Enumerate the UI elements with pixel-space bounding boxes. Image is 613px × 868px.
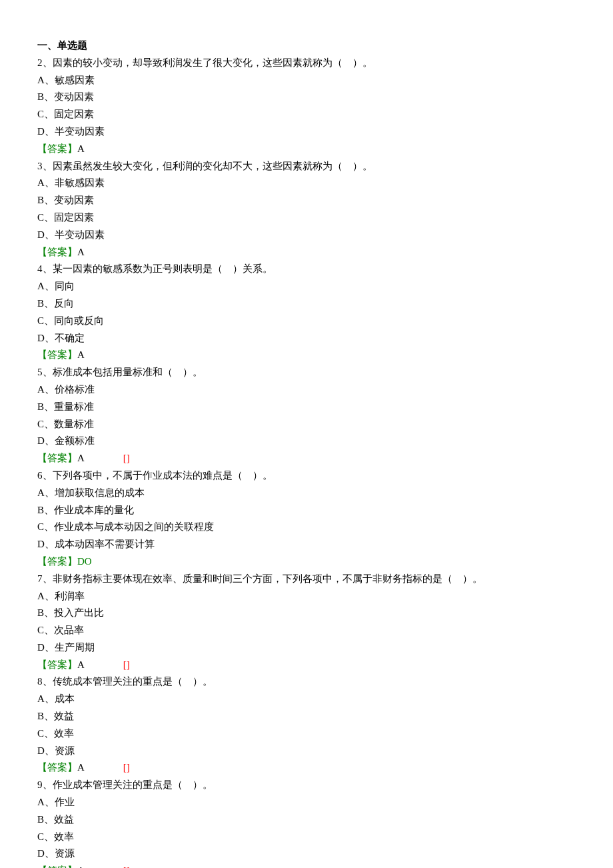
question-option: C、效率 — [37, 725, 573, 743]
question-option: B、投入产出比 — [37, 605, 573, 622]
question-option: D、生产周期 — [37, 639, 573, 657]
answer-line: 【答案】A[] — [37, 450, 573, 467]
question-text: 6、下列各项中，不属于作业成本法的难点是（ ）。 — [37, 467, 573, 485]
answer-label: 【答案】 — [37, 349, 77, 360]
question-option: D、资源 — [37, 845, 573, 863]
answer-value: A — [77, 865, 85, 868]
answer-label: 【答案】 — [37, 865, 77, 868]
question-option: A、非敏感因素 — [37, 175, 573, 192]
answer-value: DO — [77, 556, 92, 567]
question-text: 9、作业成本管理关注的重点是（ ）。 — [37, 777, 573, 794]
questions-container: 2、因素的较小变动，却导致利润发生了很大变化，这些因素就称为（ ）。A、敏感因素… — [37, 55, 573, 868]
question-option: D、金额标准 — [37, 433, 573, 450]
question-option: D、不确定 — [37, 330, 573, 347]
answer-label: 【答案】 — [37, 247, 77, 257]
question-text: 5、标准成本包括用量标准和（ ）。 — [37, 364, 573, 381]
question-option: D、资源 — [37, 743, 573, 760]
bracket-marker: [] — [123, 453, 130, 463]
question-option: B、变动因素 — [37, 89, 573, 106]
answer-value: A — [77, 349, 85, 360]
question-option: A、成本 — [37, 691, 573, 708]
answer-line: 【答案】A[] — [37, 863, 573, 868]
answer-line: 【答案】A[] — [37, 759, 573, 777]
question-option: B、效益 — [37, 708, 573, 725]
question-option: C、效率 — [37, 829, 573, 846]
bracket-marker: [] — [123, 762, 130, 773]
question-option: C、固定因素 — [37, 209, 573, 227]
question-option: C、次品率 — [37, 622, 573, 639]
question-option: C、同向或反向 — [37, 313, 573, 330]
question-option: B、重量标准 — [37, 399, 573, 416]
question-option: D、成本动因率不需要计算 — [37, 536, 573, 553]
answer-label: 【答案】 — [37, 762, 77, 773]
bracket-marker: [] — [123, 865, 130, 868]
answer-line: 【答案】DO — [37, 553, 573, 571]
answer-label: 【答案】 — [37, 659, 77, 670]
bracket-marker: [] — [123, 659, 130, 670]
answer-line: 【答案】A — [37, 141, 573, 158]
question-text: 8、传统成本管理关注的重点是（ ）。 — [37, 673, 573, 691]
question-option: A、同向 — [37, 278, 573, 295]
question-option: A、作业 — [37, 794, 573, 811]
question-option: A、敏感因素 — [37, 72, 573, 89]
question-option: A、增加获取信息的成本 — [37, 485, 573, 502]
question-text: 2、因素的较小变动，却导致利润发生了很大变化，这些因素就称为（ ）。 — [37, 55, 573, 72]
question-option: B、效益 — [37, 811, 573, 829]
question-option: B、反向 — [37, 295, 573, 313]
answer-value: A — [77, 247, 85, 257]
question-option: B、作业成本库的量化 — [37, 502, 573, 519]
answer-value: A — [77, 762, 85, 773]
question-option: C、作业成本与成本动因之间的关联程度 — [37, 519, 573, 536]
answer-value: A — [77, 453, 85, 463]
answer-line: 【答案】A — [37, 244, 573, 261]
question-option: C、固定因素 — [37, 106, 573, 123]
question-option: C、数量标准 — [37, 416, 573, 433]
question-option: B、变动因素 — [37, 192, 573, 209]
question-text: 7、非财务指标主要体现在效率、质量和时间三个方面，下列各项中，不属于非财务指标的… — [37, 571, 573, 588]
answer-label: 【答案】 — [37, 556, 77, 567]
section-heading: 一、单选题 — [37, 37, 573, 55]
answer-value: A — [77, 659, 85, 670]
question-option: D、半变动因素 — [37, 227, 573, 244]
question-text: 4、某一因素的敏感系数为正号则表明是（ ）关系。 — [37, 261, 573, 278]
answer-label: 【答案】 — [37, 143, 77, 154]
answer-line: 【答案】A — [37, 347, 573, 364]
answer-value: A — [77, 143, 85, 154]
question-option: A、利润率 — [37, 588, 573, 605]
answer-label: 【答案】 — [37, 453, 77, 463]
question-option: A、价格标准 — [37, 381, 573, 399]
question-option: D、半变动因素 — [37, 123, 573, 141]
question-text: 3、因素虽然发生较大变化，但利润的变化却不大，这些因素就称为（ ）。 — [37, 158, 573, 175]
answer-line: 【答案】A[] — [37, 657, 573, 674]
